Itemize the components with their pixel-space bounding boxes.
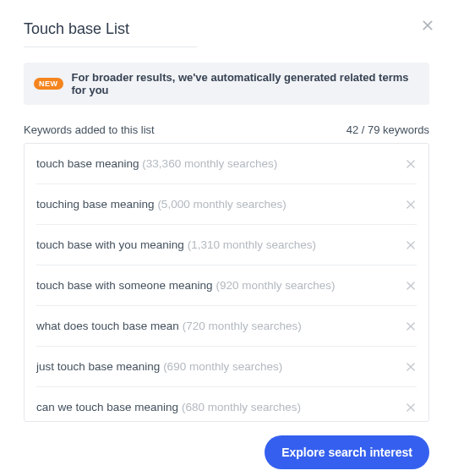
list-header: Keywords added to this list 42 / 79 keyw…	[24, 123, 429, 136]
keyword-row: what does touch base mean (720 monthly s…	[36, 306, 417, 347]
keyword-text: touch base with someone meaning (920 mon…	[36, 279, 398, 292]
keyword-row: can we touch base meaning (680 monthly s…	[36, 387, 417, 421]
remove-icon[interactable]	[405, 158, 417, 170]
new-badge: NEW	[34, 78, 63, 90]
keyword-text: touch base meaning (33,360 monthly searc…	[36, 157, 398, 170]
keyword-term: touching base meaning	[36, 198, 155, 211]
explore-button[interactable]: Explore search interest	[265, 435, 429, 469]
title-wrap: Touch base List	[24, 20, 197, 47]
keyword-text: just touch base meaning (690 monthly sea…	[36, 360, 398, 373]
page-title: Touch base List	[24, 20, 129, 38]
remove-icon[interactable]	[405, 320, 417, 332]
keyword-row: touching base meaning (5,000 monthly sea…	[36, 184, 417, 225]
keyword-stats: (33,360 monthly searches)	[142, 157, 277, 170]
keyword-term: what does touch base mean	[36, 320, 179, 332]
keyword-text: touching base meaning (5,000 monthly sea…	[36, 198, 398, 211]
keyword-term: touch base meaning	[36, 157, 139, 170]
keyword-text: can we touch base meaning (680 monthly s…	[36, 401, 398, 413]
scroll-area[interactable]: touch base meaning (33,360 monthly searc…	[25, 144, 428, 421]
keyword-stats: (680 monthly searches)	[182, 401, 301, 413]
remove-icon[interactable]	[405, 199, 417, 211]
keyword-term: just touch base meaning	[36, 360, 160, 373]
keyword-list: touch base meaning (33,360 monthly searc…	[24, 143, 429, 422]
footer: Explore search interest	[24, 435, 429, 469]
keyword-row: just touch base meaning (690 monthly sea…	[36, 347, 417, 387]
remove-icon[interactable]	[405, 239, 417, 251]
keyword-stats: (690 monthly searches)	[163, 360, 282, 373]
keyword-row: touch base with someone meaning (920 mon…	[36, 265, 417, 306]
keyword-term: can we touch base meaning	[36, 401, 178, 413]
info-banner: NEW For broader results, we've automatic…	[24, 63, 429, 105]
keyword-term: touch base with someone meaning	[36, 279, 213, 292]
banner-text: For broader results, we've automatically…	[72, 71, 420, 96]
list-header-label: Keywords added to this list	[24, 123, 155, 136]
keyword-text: what does touch base mean (720 monthly s…	[36, 320, 398, 332]
keyword-stats: (5,000 monthly searches)	[157, 198, 286, 211]
list-header-count: 42 / 79 keywords	[347, 123, 429, 136]
keyword-stats: (1,310 monthly searches)	[188, 238, 316, 251]
remove-icon[interactable]	[405, 361, 417, 373]
keyword-text: touch base with you meaning (1,310 month…	[36, 238, 398, 251]
keyword-term: touch base with you meaning	[36, 238, 184, 251]
keyword-row: touch base meaning (33,360 monthly searc…	[36, 144, 417, 184]
remove-icon[interactable]	[405, 402, 417, 413]
keyword-row: touch base with you meaning (1,310 month…	[36, 225, 417, 265]
keyword-stats: (720 monthly searches)	[183, 320, 302, 332]
close-icon[interactable]	[421, 19, 434, 32]
keyword-stats: (920 monthly searches)	[216, 279, 335, 292]
remove-icon[interactable]	[405, 280, 417, 292]
